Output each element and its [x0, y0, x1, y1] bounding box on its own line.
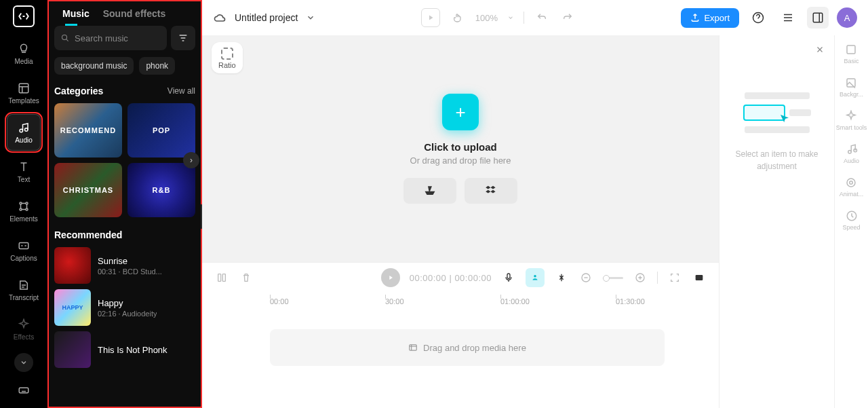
- track-title: Happy: [98, 298, 157, 308]
- app-logo[interactable]: [13, 5, 35, 27]
- upload-subtitle: Or drag and drop file here: [410, 155, 511, 166]
- search-music[interactable]: [54, 26, 167, 50]
- close-inspector-button[interactable]: [815, 45, 825, 54]
- rail-audio[interactable]: Audio: [844, 143, 859, 164]
- undo-button[interactable]: [534, 10, 550, 26]
- category-pop[interactable]: POP: [127, 103, 195, 157]
- track-thumbnail: [54, 247, 91, 284]
- split-button[interactable]: [214, 270, 229, 285]
- svg-point-5: [20, 208, 22, 210]
- category-rnb[interactable]: R&B: [127, 163, 195, 217]
- main-area: Untitled project 100% Export A Rat: [202, 0, 868, 408]
- nav-audio[interactable]: Audio: [7, 114, 41, 151]
- nav-transcript[interactable]: Transcript: [7, 272, 41, 308]
- track-title: This Is Not Phonk: [98, 345, 167, 355]
- upload-button[interactable]: +: [442, 94, 479, 130]
- svg-rect-21: [847, 79, 855, 87]
- google-drive-icon: [424, 185, 436, 197]
- view-all-link[interactable]: View all: [167, 86, 195, 96]
- canvas-area[interactable]: Ratio + Click to upload Or drag and drop…: [202, 35, 719, 262]
- svg-point-4: [26, 202, 28, 204]
- recommended-title: Recommended: [54, 229, 122, 240]
- tag-phonk[interactable]: phonk: [139, 57, 175, 75]
- svg-point-15: [534, 275, 536, 278]
- zoom-level[interactable]: 100%: [475, 13, 498, 23]
- auto-caption-button[interactable]: [526, 268, 545, 287]
- filter-button[interactable]: [171, 26, 195, 50]
- nav-text[interactable]: Text: [7, 153, 41, 190]
- svg-rect-20: [847, 45, 855, 54]
- track-item[interactable]: Sunrise 00:31 · BCD Stud...: [54, 247, 195, 284]
- nav-sidebar: Media Templates Audio Text Elements Capt…: [0, 0, 47, 408]
- zoom-slider[interactable]: [603, 277, 623, 279]
- nav-expand-button[interactable]: [14, 353, 33, 372]
- search-input[interactable]: [75, 33, 160, 43]
- svg-point-9: [62, 35, 67, 39]
- play-button[interactable]: [381, 268, 400, 287]
- upload-title: Click to upload: [424, 141, 497, 153]
- nav-elements[interactable]: Elements: [7, 193, 41, 229]
- track-thumbnail: HAPPY: [54, 289, 91, 326]
- track-item[interactable]: HAPPY Happy 02:16 · Audiodeity: [54, 289, 195, 326]
- categories-title: Categories: [54, 86, 103, 96]
- nav-effects[interactable]: Effects: [7, 311, 41, 348]
- top-bar: Untitled project 100% Export A: [202, 0, 868, 35]
- audio-tabs: Music Sound effects: [54, 5, 195, 26]
- rail-speed[interactable]: Speed: [842, 210, 860, 231]
- timeline-ruler[interactable]: 00:00 30:00 01:00:00 01:30:00: [202, 293, 719, 310]
- hand-tool-button[interactable]: [450, 10, 466, 26]
- chevron-down-icon[interactable]: [507, 14, 514, 21]
- cursor-icon: [778, 113, 791, 125]
- track-item[interactable]: This Is Not Phonk: [54, 331, 195, 368]
- preview-button[interactable]: [421, 8, 440, 27]
- inspector-placeholder: [743, 92, 811, 133]
- cut-button[interactable]: [554, 270, 569, 285]
- delete-button[interactable]: [239, 270, 254, 285]
- media-icon: [408, 343, 418, 352]
- audio-panel: Music Sound effects background music pho…: [47, 0, 202, 408]
- filter-icon: [178, 33, 189, 43]
- layout-button[interactable]: [807, 7, 829, 29]
- inspector-rail: Basic Backgr... Smart tools Audio Animat…: [834, 35, 868, 408]
- svg-rect-12: [218, 274, 221, 282]
- tag-background-music[interactable]: background music: [54, 57, 134, 75]
- zoom-out-button[interactable]: [578, 270, 593, 285]
- tab-music[interactable]: Music: [62, 8, 90, 19]
- rail-smart-tools[interactable]: Smart tools: [836, 110, 867, 131]
- rail-basic[interactable]: Basic: [844, 43, 859, 64]
- nav-templates[interactable]: Templates: [7, 75, 41, 111]
- svg-rect-14: [507, 274, 510, 278]
- google-drive-button[interactable]: [403, 178, 456, 204]
- zoom-in-button[interactable]: [633, 270, 648, 285]
- svg-rect-19: [410, 345, 417, 350]
- project-title[interactable]: Untitled project: [235, 12, 298, 23]
- fit-button[interactable]: [667, 270, 682, 285]
- dropbox-button[interactable]: [465, 178, 517, 204]
- fullscreen-button[interactable]: [692, 270, 707, 285]
- rail-background[interactable]: Backgr...: [840, 77, 863, 98]
- chevron-down-icon[interactable]: [306, 13, 315, 22]
- track-list: Sunrise 00:31 · BCD Stud... HAPPY Happy …: [54, 247, 195, 368]
- track-title: Sunrise: [98, 256, 162, 266]
- timeline: 00:00:00 | 00:00:00 00:00 30:00 01:00:00…: [202, 262, 719, 408]
- tab-sound-effects[interactable]: Sound effects: [103, 8, 166, 19]
- rail-animation[interactable]: Animat...: [840, 177, 864, 198]
- mic-button[interactable]: [501, 270, 516, 285]
- track-meta: 02:16 · Audiodeity: [98, 310, 157, 318]
- svg-point-25: [850, 181, 853, 185]
- user-avatar[interactable]: A: [837, 7, 857, 28]
- category-christmas[interactable]: CHRISTMAS: [54, 163, 122, 217]
- ratio-button[interactable]: Ratio: [212, 42, 243, 73]
- help-button[interactable]: [747, 7, 769, 29]
- redo-button[interactable]: [559, 10, 576, 26]
- svg-point-6: [26, 208, 28, 210]
- nav-media[interactable]: Media: [7, 35, 41, 72]
- categories-next-button[interactable]: ›: [183, 152, 199, 168]
- timeline-drop-zone[interactable]: Drag and drop media here: [270, 329, 665, 366]
- nav-captions[interactable]: Captions: [7, 232, 41, 269]
- timeline-toolbar: 00:00:00 | 00:00:00: [202, 263, 719, 293]
- category-recommend[interactable]: RECOMMEND: [54, 103, 122, 157]
- export-button[interactable]: Export: [681, 8, 739, 28]
- nav-keyboard-button[interactable]: [14, 381, 33, 400]
- layers-button[interactable]: [777, 7, 799, 29]
